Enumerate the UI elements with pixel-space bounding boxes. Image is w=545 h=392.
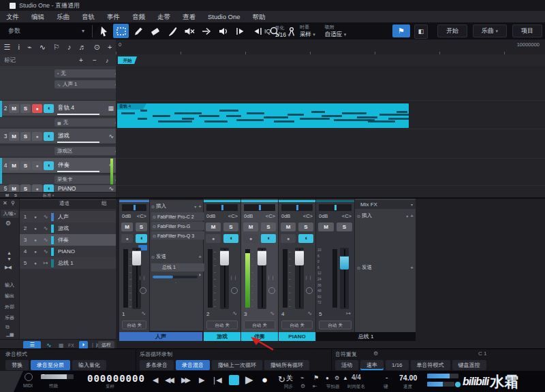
punch-in-tool-button[interactable] xyxy=(232,24,248,38)
track-volume-line[interactable] xyxy=(57,142,99,143)
mute-tool-button[interactable] xyxy=(181,24,197,38)
strip-solo-button[interactable]: S xyxy=(223,223,238,231)
track-solo-button[interactable]: S xyxy=(20,184,31,193)
gain-value[interactable]: 0dB xyxy=(206,213,215,219)
strip-record-button[interactable]: ● xyxy=(121,234,133,243)
link-icon[interactable]: ❘❘ xyxy=(230,275,238,280)
pan-value[interactable]: <C> xyxy=(266,213,275,219)
key-value[interactable]: - xyxy=(386,374,388,381)
track-solo-button[interactable]: S xyxy=(20,132,31,141)
rewind-button[interactable]: ◀◀ xyxy=(165,376,172,385)
fast-forward-button[interactable]: ▶▶ xyxy=(181,376,189,385)
option-button-录音至分层[interactable]: 录音至分层 xyxy=(31,360,70,370)
mixer-strip-人声[interactable]: 0dB<C>MS●◖❘❘1∿自动 关 xyxy=(119,199,150,341)
fader-area[interactable]: ❘❘ xyxy=(241,248,278,310)
pan-value[interactable]: <C> xyxy=(303,213,313,219)
menu-item-1[interactable]: 编辑 xyxy=(25,11,50,22)
fader-area[interactable]: ❘❘ xyxy=(204,248,240,310)
timeline-ruler[interactable]: 0 10000000 xyxy=(116,39,545,55)
track-monitor-button[interactable]: ◖ xyxy=(44,161,54,170)
track-volume-line[interactable] xyxy=(57,171,99,172)
mini-knob[interactable] xyxy=(231,287,238,294)
time-display-unit[interactable]: 采样 xyxy=(106,384,114,390)
automation-lane-select-2[interactable]: ∿人声 1▾ xyxy=(54,80,116,88)
power-icon[interactable]: ⊙ xyxy=(153,233,156,238)
mixer-nav-乐器[interactable]: 乐器 xyxy=(0,314,19,321)
chevron-down-icon[interactable]: ▾ xyxy=(194,204,196,209)
io-selector[interactable]: 入/输▾ xyxy=(1,210,18,218)
track-input-select[interactable]: 采集卡▾ xyxy=(54,176,116,184)
automation-mode-button[interactable]: 自动 关 xyxy=(122,321,146,329)
project-page-button[interactable]: 项目 xyxy=(512,24,542,37)
strip-mute-button[interactable]: M xyxy=(318,223,334,231)
start-page-button[interactable]: 开始 xyxy=(437,24,467,37)
option-button-撤销上一次循环[interactable]: 撤销上一次循环 xyxy=(212,360,262,370)
next-bar-button[interactable]: ▶ xyxy=(199,376,204,385)
channel-list-row-PIANO[interactable]: 4●∿PIANO xyxy=(20,246,116,257)
add-send-button[interactable]: + xyxy=(410,265,414,271)
strip-solo-button[interactable]: S xyxy=(337,223,352,231)
menu-item-3[interactable]: 音轨 xyxy=(76,11,101,22)
option-button-多条录音[interactable]: 多条录音 xyxy=(140,360,174,370)
prev-bar-button[interactable]: ◀ xyxy=(153,376,158,385)
quantize-value[interactable]: 1/16 ▾ xyxy=(275,31,290,38)
pan-slider[interactable] xyxy=(122,204,146,211)
strip-name-人声[interactable]: 人声 xyxy=(119,332,202,341)
track-monitor-button[interactable]: ◖ xyxy=(44,132,54,141)
track-record-arm-button[interactable]: ● xyxy=(32,132,42,141)
mixer-strip-游戏[interactable]: 0dB<C>MS●◖❘❘2∿自动 关 xyxy=(204,199,241,341)
pan-slider[interactable] xyxy=(206,204,238,211)
fader-handle[interactable] xyxy=(132,250,141,265)
track-mute-button[interactable]: M xyxy=(9,161,19,170)
timebase-group[interactable]: 时基 采样 ▾ xyxy=(300,22,315,39)
option-button-键盘遥控[interactable]: 键盘遥控 xyxy=(452,360,486,370)
add-track-icon[interactable]: + xyxy=(108,43,112,51)
strip-monitor-button[interactable]: ◖ xyxy=(223,234,238,243)
channel-list-row-人声[interactable]: 1●∿人声 xyxy=(20,211,116,223)
add-marker-button[interactable]: + xyxy=(79,56,83,64)
track-mute-button[interactable]: M xyxy=(9,184,19,193)
option-button-录音混音[interactable]: 录音混音 xyxy=(176,360,210,370)
inspector-icon[interactable]: i xyxy=(18,43,19,51)
automation-mode-button[interactable]: 自动 关 xyxy=(244,321,275,329)
menu-item-4[interactable]: 事件 xyxy=(101,11,126,22)
banks-icon[interactable]: ⧉ xyxy=(5,324,10,331)
strip-mute-button[interactable]: M xyxy=(121,223,133,231)
metronome-setup-icon[interactable]: ⚙ xyxy=(334,375,339,381)
menu-item-5[interactable]: 音频 xyxy=(126,11,151,22)
link-icon[interactable]: ❘❘ xyxy=(305,275,313,280)
automation-mode-button[interactable]: 自动 关 xyxy=(319,321,352,329)
strip-solo-button[interactable]: S xyxy=(136,223,147,231)
track-input-select[interactable]: ▦无▾ xyxy=(54,118,116,127)
punch-icon[interactable]: ⇤ xyxy=(313,383,317,389)
send-level-slider[interactable] xyxy=(153,276,198,278)
tempo-value[interactable]: 74.00 xyxy=(399,374,417,382)
wrench-icon[interactable]: ⚙ xyxy=(373,350,378,357)
notes-icon[interactable]: ♪ xyxy=(67,43,72,51)
fader-area[interactable]: ❘❘ xyxy=(119,248,149,310)
fx-channels-icon[interactable]: FX xyxy=(68,343,74,348)
fader-handle[interactable] xyxy=(295,250,304,265)
fader-track[interactable] xyxy=(220,248,229,309)
snap-group[interactable]: 吸附 自适应 ▾ xyxy=(325,22,346,39)
add-insert-button[interactable]: + xyxy=(198,203,202,210)
strip-record-button[interactable]: ● xyxy=(243,234,258,243)
pin-icon[interactable]: ⚲ xyxy=(11,200,15,206)
song-page-button[interactable]: 乐曲 ▾ xyxy=(473,24,507,37)
snap-value[interactable]: 自适应 ▾ xyxy=(325,31,346,39)
move-up-icon[interactable]: ▲ xyxy=(7,250,12,255)
add-send-button[interactable]: + xyxy=(198,254,202,260)
power-icon[interactable]: ⊙ xyxy=(357,214,360,218)
insert-slot-1[interactable]: ⊙FabFilter Pro-G xyxy=(151,222,204,230)
track-monitor-button[interactable]: ◖ xyxy=(44,184,54,193)
channel-list-row-伴奏[interactable]: 3●∿伴奏 xyxy=(20,234,116,246)
option-button-替换[interactable]: 替换 xyxy=(5,360,29,370)
monitor-speaker-button[interactable]: ◧ xyxy=(414,24,428,39)
fader-track[interactable] xyxy=(340,248,349,309)
mini-knob[interactable] xyxy=(306,287,313,294)
option-button-单音符模式[interactable]: 单音符模式 xyxy=(411,360,450,370)
metronome-dot-icon[interactable]: ● xyxy=(326,375,329,381)
power-icon[interactable]: ⊙ xyxy=(151,255,155,259)
wrench-icon[interactable]: ⚙ xyxy=(5,220,11,227)
track-mute-button[interactable]: M xyxy=(9,104,19,113)
